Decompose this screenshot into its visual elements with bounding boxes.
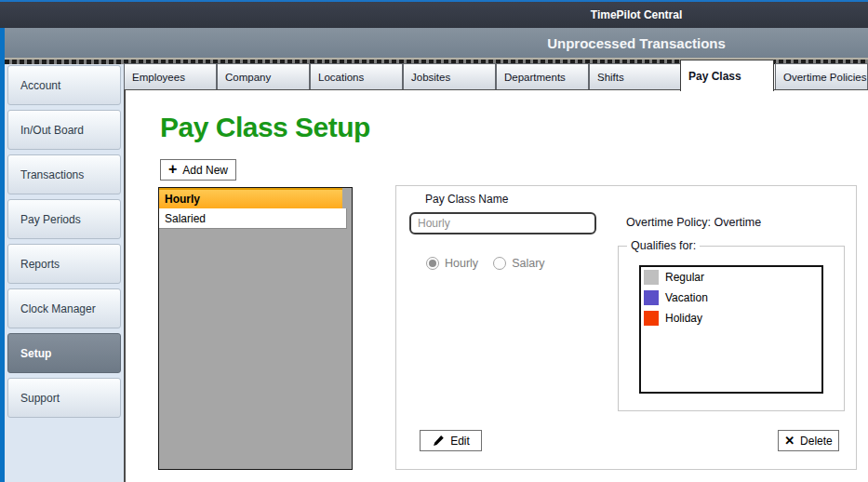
- radio-salary-icon[interactable]: [493, 257, 506, 270]
- pay-class-detail-panel: Pay Class Name Overtime Policy: Overtime…: [395, 185, 857, 470]
- title-bar: TimePilot Central: [0, 2, 868, 28]
- radio-option-salary[interactable]: Salary: [493, 257, 544, 270]
- pencil-icon: [432, 435, 445, 448]
- tab-shifts[interactable]: Shifts: [589, 63, 682, 89]
- sidebar-item-clock-manager[interactable]: Clock Manager: [7, 288, 121, 328]
- qualifies-for-list: Regular Vacation Holiday: [639, 265, 823, 394]
- pay-class-list: Hourly Salaried: [158, 187, 353, 470]
- qualifies-for-label: Qualifies for:: [627, 239, 700, 252]
- radio-hourly-label: Hourly: [445, 257, 478, 270]
- status-header-title: Unprocessed Transactions: [547, 35, 726, 51]
- qualifies-item-regular[interactable]: Regular: [641, 267, 821, 288]
- overtime-policy-text: Overtime Policy: Overtime: [626, 216, 761, 229]
- sidebar: Account In/Out Board Transactions Pay Pe…: [5, 64, 124, 482]
- sidebar-item-transactions[interactable]: Transactions: [7, 154, 121, 194]
- qualifies-item-vacation[interactable]: Vacation: [641, 288, 821, 308]
- qualifies-for-groupbox: Qualifies for: Regular Vacation Holiday: [618, 246, 845, 411]
- sidebar-item-support[interactable]: Support: [7, 378, 121, 418]
- sidebar-item-account[interactable]: Account: [7, 65, 121, 105]
- tab-employees[interactable]: Employees: [124, 63, 217, 89]
- app-title: TimePilot Central: [591, 8, 682, 21]
- plus-icon: +: [168, 162, 177, 177]
- tab-locations[interactable]: Locations: [310, 63, 403, 89]
- radio-salary-label: Salary: [512, 257, 544, 270]
- delete-button[interactable]: ✕ Delete: [778, 430, 839, 451]
- status-header-bar: Unprocessed Transactions: [5, 28, 868, 58]
- sidebar-item-setup[interactable]: Setup: [7, 333, 121, 373]
- qualifies-item-label: Holiday: [665, 312, 702, 325]
- pay-type-radio-group: Hourly Salary: [426, 257, 545, 270]
- add-new-label: Add New: [182, 164, 228, 177]
- radio-option-hourly[interactable]: Hourly: [426, 257, 478, 270]
- tab-company[interactable]: Company: [217, 63, 310, 89]
- pay-class-name-label: Pay Class Name: [425, 193, 508, 206]
- sidebar-item-reports[interactable]: Reports: [7, 244, 121, 284]
- pay-class-name-input[interactable]: [409, 212, 596, 234]
- edit-button[interactable]: Edit: [420, 430, 482, 451]
- holiday-color-swatch: [644, 311, 659, 326]
- qualifies-item-holiday[interactable]: Holiday: [641, 308, 821, 328]
- tab-jobsites[interactable]: Jobsites: [403, 63, 496, 89]
- add-new-button[interactable]: + Add New: [160, 159, 236, 181]
- qualifies-item-label: Vacation: [665, 291, 708, 304]
- sidebar-item-inout-board[interactable]: In/Out Board: [7, 110, 121, 150]
- edit-label: Edit: [450, 435, 470, 448]
- sidebar-item-pay-periods[interactable]: Pay Periods: [7, 199, 121, 239]
- regular-color-swatch: [644, 270, 659, 285]
- delete-label: Delete: [800, 435, 833, 448]
- pay-class-row-salaried[interactable]: Salaried: [159, 208, 347, 229]
- radio-hourly-icon[interactable]: [426, 257, 439, 270]
- tab-pay-class[interactable]: Pay Class: [680, 60, 774, 91]
- qualifies-item-label: Regular: [665, 271, 704, 284]
- pay-class-row-hourly[interactable]: Hourly: [159, 188, 342, 208]
- x-icon: ✕: [784, 435, 795, 447]
- tab-overtime-policies[interactable]: Overtime Policies: [775, 63, 868, 89]
- tab-departments[interactable]: Departments: [496, 63, 589, 89]
- page-title: Pay Class Setup: [160, 112, 370, 143]
- vacation-color-swatch: [644, 290, 659, 305]
- app-window: TimePilot Central Unprocessed Transactio…: [0, 0, 868, 482]
